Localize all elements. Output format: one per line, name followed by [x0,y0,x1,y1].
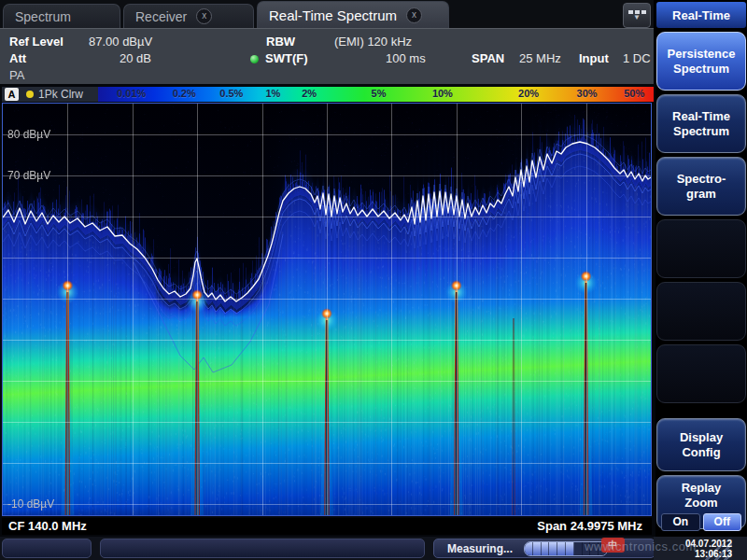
span-value[interactable]: 25 MHz [519,51,561,65]
persistence-color-scale: 0.01%0.2%0.5%1%2%5%10%20%30%50% [98,87,654,102]
softkey-replay-zoom[interactable]: Replay Zoom On Off [656,475,746,529]
softkey-menu: Real-Time Persistence Spectrum Real-Time… [655,0,747,537]
softkey-empty-1[interactable] [656,219,746,278]
softkey-persistence-spectrum[interactable]: Persistence Spectrum [656,32,746,91]
color-scale-label: 50% [624,88,644,99]
tab-label: Spectrum [15,9,71,24]
color-scale-label: 30% [577,88,598,99]
input-label[interactable]: Input [579,51,609,65]
measuring-status: Measuring... [447,542,513,555]
sweep-progress-bar [524,541,608,556]
frequency-footer: CF 140.0 MHz Span 24.9975 MHz [2,518,652,535]
span-label[interactable]: SPAN [472,51,504,65]
persistence-plot[interactable]: 80 dBµV70 dBµV-10 dBµV [2,103,652,516]
chevron-down-icon: ▼ [633,14,641,21]
ref-level-value[interactable]: 87.00 dBµV [89,35,152,49]
softkey-real-time-spectrum[interactable]: Real-Time Spectrum [656,94,746,153]
datetime-panel: 04.07.2012 13:06:13 [654,537,747,560]
replay-zoom-off[interactable]: Off [703,513,742,531]
preamp-label: PA [9,68,24,82]
rbw-label[interactable]: RBW [266,35,295,49]
color-scale-label: 1% [265,88,280,99]
input-value[interactable]: 1 DC [623,51,651,65]
color-scale-label: 0.01% [117,88,146,99]
status-bar: Measuring... 04.07.2012 13:06:13 [0,537,747,560]
progress-segment [542,542,550,555]
progress-segment [583,542,591,555]
progress-segment [533,542,542,555]
tab-overview-button[interactable]: ▼ [623,3,651,28]
ref-level-label[interactable]: Ref Level [9,35,63,49]
progress-segment [525,542,533,555]
status-button-1[interactable] [2,539,92,558]
spectrum-canvas [3,104,651,515]
y-axis-label: -10 dBµV [7,497,54,511]
watermark-logo: 中 [601,538,625,553]
tab-receiver[interactable]: Receiver x [123,4,254,28]
rbw-value[interactable]: (EMI) 120 kHz [334,35,412,49]
swt-label[interactable]: SWT(F) [265,51,307,65]
menu-title: Real-Time [656,2,746,28]
att-label[interactable]: Att [9,51,26,65]
channel-settings-bar: Ref Level 87.00 dBµV RBW (EMI) 120 kHz A… [0,28,654,85]
instrument-screen: Spectrum Receiver x Real-Time Spectrum x… [0,0,747,560]
progress-segment [557,542,566,555]
close-icon[interactable]: x [406,7,422,23]
replay-zoom-toggle: On Off [661,513,741,531]
color-scale-label: 5% [372,88,387,99]
color-scale-label: 0.2% [173,88,196,99]
softkey-spectrogram[interactable]: Spectro- gram [656,157,746,216]
att-value[interactable]: 20 dB [120,51,151,65]
date-readout: 04.07.2012 [685,539,732,549]
tab-real-time-spectrum[interactable]: Real-Time Spectrum x [257,1,449,28]
tab-label: Real-Time Spectrum [269,7,397,23]
progress-segment [549,542,557,555]
trace-color-icon [26,91,34,98]
span-readout[interactable]: Span 24.9975 MHz [537,519,642,533]
window-id-badge: A [5,88,19,101]
tab-spectrum[interactable]: Spectrum [3,4,120,28]
color-scale-label: 2% [302,88,317,99]
progress-segment [566,542,574,555]
center-frequency[interactable]: CF 140.0 MHz [8,519,87,533]
trace-mode-label[interactable]: 1Pk Clrw [38,88,83,101]
replay-zoom-on[interactable]: On [661,513,700,531]
time-readout: 13:06:13 [695,549,732,559]
tab-bar: Spectrum Receiver x Real-Time Spectrum x [0,0,654,28]
color-scale-label: 10% [432,88,453,99]
tab-label: Receiver [135,9,187,24]
close-icon[interactable]: x [196,8,212,24]
color-scale-label: 0.5% [219,88,243,99]
softkey-empty-3[interactable] [656,344,746,403]
progress-segment [590,542,599,555]
sweep-led-icon [250,55,259,63]
replay-zoom-label: Replay Zoom [682,481,722,511]
softkey-display-config[interactable]: Display Config [656,418,746,471]
y-axis-label: 70 dBµV [7,169,50,182]
window-title-bar: A 1Pk Clrw 0.01%0.2%0.5%1%2%5%10%20%30%5… [2,87,654,102]
swt-value[interactable]: 100 ms [386,51,426,65]
status-button-2[interactable] [100,539,425,558]
progress-segment [574,542,583,555]
color-scale-label: 20% [518,88,539,99]
spectrum-window: A 1Pk Clrw 0.01%0.2%0.5%1%2%5%10%20%30%5… [0,84,655,537]
y-axis-label: 80 dBµV [7,128,50,141]
softkey-empty-2[interactable] [656,282,746,341]
